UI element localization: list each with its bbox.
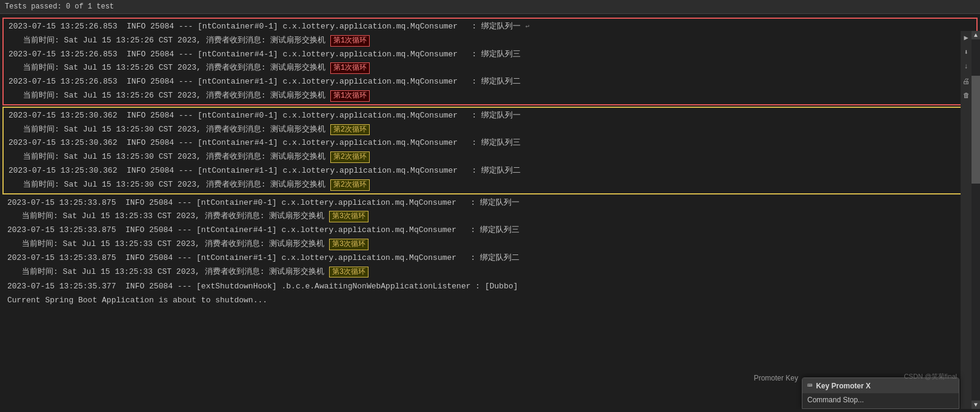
log-line: Current Spring Boot Application is about… <box>2 294 978 308</box>
key-promoter-icon: ⌨ <box>807 380 812 391</box>
scroll-down-icon[interactable]: ↓ <box>961 62 971 72</box>
sub-line: 当前时间: Sat Jul 15 13:25:33 CST 2023, 消费者收… <box>2 265 978 279</box>
log-line: 2023-07-15 13:25:30.362 INFO 25084 --- [… <box>4 164 976 178</box>
scrollbar-arrow-down[interactable]: ▼ <box>972 400 980 409</box>
sub-line: 当前时间: Sat Jul 15 13:25:26 CST 2023, 消费者收… <box>4 34 976 48</box>
log-entry-1-2: 2023-07-15 13:25:26.853 INFO 25084 --- [… <box>4 48 976 76</box>
log-entry-2-2: 2023-07-15 13:25:30.362 INFO 25084 --- [… <box>4 136 976 164</box>
log-entry-3-3: 2023-07-15 13:25:33.875 INFO 25084 --- [… <box>2 251 978 279</box>
log-container: 2023-07-15 13:25:26.853 INFO 25084 --- [… <box>0 14 980 409</box>
scrollbar-arrow-up[interactable]: ▲ <box>972 31 980 39</box>
scrollbar[interactable]: ▲ ▼ <box>972 31 980 409</box>
log-line: 2023-07-15 13:25:33.875 INFO 25084 --- [… <box>2 251 978 265</box>
key-promoter-command: Command Stop... <box>807 396 864 404</box>
key-promoter-title: Key Promoter X <box>816 382 870 390</box>
log-line: 2023-07-15 13:25:26.853 INFO 25084 --- [… <box>4 75 976 89</box>
log-entry-1-1: 2023-07-15 13:25:26.853 INFO 25084 --- [… <box>4 20 976 48</box>
log-line: 2023-07-15 13:25:26.853 INFO 25084 --- [… <box>4 20 976 34</box>
log-line: 2023-07-15 13:25:33.875 INFO 25084 --- [… <box>2 196 978 210</box>
log-line: 2023-07-15 13:25:26.853 INFO 25084 --- [… <box>4 48 976 62</box>
log-block-cycle3: 2023-07-15 13:25:33.875 INFO 25084 --- [… <box>0 196 980 280</box>
play-icon[interactable]: ▶ <box>961 33 971 43</box>
sub-line: 当前时间: Sat Jul 15 13:25:33 CST 2023, 消费者收… <box>2 210 978 224</box>
scrollbar-track[interactable] <box>972 39 980 400</box>
log-line: 2023-07-15 13:25:30.362 INFO 25084 --- [… <box>4 109 976 123</box>
top-bar: Tests passed: 0 of 1 test <box>0 0 980 14</box>
scrollbar-thumb <box>972 76 980 184</box>
log-block-shutdown: 2023-07-15 13:25:35.377 INFO 25084 --- [… <box>0 279 980 308</box>
tests-passed-label: Tests passed: 0 of 1 test <box>5 2 114 11</box>
promoter-key-label: Promoter Key <box>754 374 798 382</box>
print-icon[interactable]: 🖨 <box>961 77 971 87</box>
csdn-watermark: CSDN @笑菊final <box>901 371 959 382</box>
log-entry-2-1: 2023-07-15 13:25:30.362 INFO 25084 --- [… <box>4 109 976 137</box>
log-entry-2-3: 2023-07-15 13:25:30.362 INFO 25084 --- [… <box>4 164 976 192</box>
download-icon[interactable]: ⬇ <box>961 48 971 58</box>
sub-line: 当前时间: Sat Jul 15 13:25:30 CST 2023, 消费者收… <box>4 150 976 164</box>
log-entry-3-1: 2023-07-15 13:25:33.875 INFO 25084 --- [… <box>2 196 978 224</box>
right-sidebar: ▶ ⬇ ↓ 🖨 🗑 <box>961 31 972 409</box>
log-line: 2023-07-15 13:25:30.362 INFO 25084 --- [… <box>4 136 976 150</box>
log-line: 2023-07-15 13:25:33.875 INFO 25084 --- [… <box>2 224 978 238</box>
sub-line: 当前时间: Sat Jul 15 13:25:26 CST 2023, 消费者收… <box>4 89 976 103</box>
log-entry-3-2: 2023-07-15 13:25:33.875 INFO 25084 --- [… <box>2 224 978 251</box>
sub-line: 当前时间: Sat Jul 15 13:25:30 CST 2023, 消费者收… <box>4 178 976 192</box>
key-promoter-body: Command Stop... <box>802 393 959 408</box>
log-line: 2023-07-15 13:25:35.377 INFO 25084 --- [… <box>2 280 978 294</box>
log-block-cycle1: 2023-07-15 13:25:26.853 INFO 25084 --- [… <box>2 18 978 105</box>
sub-line: 当前时间: Sat Jul 15 13:25:33 CST 2023, 消费者收… <box>2 238 978 251</box>
sub-line: 当前时间: Sat Jul 15 13:25:26 CST 2023, 消费者收… <box>4 61 976 75</box>
delete-icon[interactable]: 🗑 <box>961 91 971 101</box>
log-entry-1-3: 2023-07-15 13:25:26.853 INFO 25084 --- [… <box>4 75 976 103</box>
sub-line: 当前时间: Sat Jul 15 13:25:30 CST 2023, 消费者收… <box>4 123 976 137</box>
log-block-cycle2: 2023-07-15 13:25:30.362 INFO 25084 --- [… <box>2 107 978 194</box>
